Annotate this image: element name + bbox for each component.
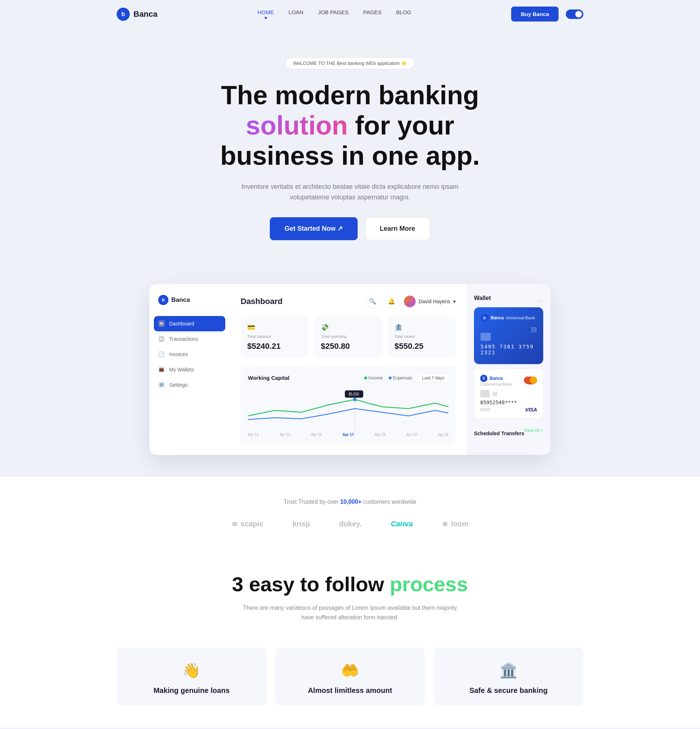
trusted-logos: ≋ scapic krisp dokey. Canva ✳ loom <box>117 520 583 529</box>
navbar: b Banca HOME LOAN JOB PAGES PAGES BLOG B… <box>0 0 700 28</box>
nav-item-pages[interactable]: PAGES <box>363 9 382 19</box>
sidebar-brand: b Banca <box>150 295 230 316</box>
chart-x-axis: Apr 14 Apr 15 Apr 16 Apr 17 Apr 18 Apr 1… <box>248 433 449 437</box>
invoices-icon: 📄 <box>158 351 165 357</box>
process-title: 3 easy to follow process <box>117 572 583 596</box>
sidebar-item-transactions[interactable]: 📋 Transactions <box>150 331 230 347</box>
card-title-loans: Making genuine loans <box>128 686 256 695</box>
logo-scapic: ≋ scapic <box>231 520 263 529</box>
chevron-down-icon: ▾ <box>453 299 456 304</box>
card-chip-1 <box>481 333 491 341</box>
hero-subtitle: Inventore veritatis et architecto beatae… <box>241 182 459 203</box>
settings-icon: ⚙️ <box>158 382 165 388</box>
wallets-icon: 💼 <box>158 366 165 373</box>
transactions-icon: 📋 <box>158 336 165 342</box>
nav-item-loan[interactable]: LOAN <box>288 9 304 19</box>
chart-section: Working Capital Income Expenses Last 7 d… <box>241 366 456 444</box>
logo-text: Banca <box>134 9 157 19</box>
nav-item-blog[interactable]: BLOG <box>396 9 412 19</box>
user-name: David Hayens <box>418 299 450 304</box>
process-card-amount: 🤲 Almost limitless amount <box>275 647 425 706</box>
nav-item-jobpages[interactable]: JOB PAGES <box>318 9 349 19</box>
chart-header: Working Capital Income Expenses Last 7 d… <box>248 373 449 382</box>
chart-title: Working Capital <box>248 375 289 381</box>
sidebar: b Banca 🏠 Dashboard 📋 Transactions 📄 Inv… <box>150 284 230 455</box>
banking-icon: 🏛️ <box>444 662 572 679</box>
balance-icon: 💳 <box>247 323 302 331</box>
process-section: 3 easy to follow process There are many … <box>0 550 700 647</box>
navbar-right: Buy Banca <box>511 7 583 22</box>
wallet-title: Wallet <box>474 295 491 301</box>
process-subtitle: There are many variations of passages of… <box>241 603 459 622</box>
user-menu[interactable]: David Hayens ▾ <box>404 296 456 307</box>
logo[interactable]: b Banca <box>117 8 157 21</box>
income-legend: Income <box>364 375 383 380</box>
nav-item-home[interactable]: HOME <box>257 9 274 19</box>
process-card-banking: 🏛️ Safe & secure banking <box>433 647 583 706</box>
chart-legend: Income Expenses Last 7 days <box>364 373 449 382</box>
stat-balance: 💳 Total balance $5240.21 <box>241 317 308 357</box>
stat-spending: 💸 Total spending $250.80 <box>314 317 382 357</box>
card-chip-2 <box>480 390 489 397</box>
logo-loom: ✳ loom <box>442 520 469 529</box>
sidebar-item-invoices[interactable]: 📄 Invoices <box>150 347 230 362</box>
get-started-button[interactable]: Get Started Now ↗ <box>270 217 357 240</box>
card-2-logo: b <box>480 375 488 382</box>
sidebar-logo-icon: b <box>158 295 168 305</box>
chart-filter[interactable]: Last 7 days <box>418 373 449 382</box>
hero-badge: WeLCOME TO THE Best banking WEb applicat… <box>286 57 414 69</box>
amount-icon: 🤲 <box>286 662 414 679</box>
sidebar-brand-text: Banca <box>171 296 190 304</box>
trusted-text: Trust Trusted by over 10,000+ customers … <box>117 499 583 505</box>
wallet-card-2: b Banca Commercial Bank ))) 85952548**** <box>474 369 543 419</box>
dashboard-title: Dashboard <box>241 297 283 306</box>
header-right: 🔍 🔔 David Hayens ▾ <box>366 295 456 308</box>
chart-area: $5,500 <box>248 387 449 430</box>
wallet-card-1-brand: b Banca Universal Bank <box>481 314 537 322</box>
hero-buttons: Get Started Now ↗ Learn More <box>117 217 583 240</box>
card-2-expiry: 09/25 <box>480 408 490 412</box>
spending-icon: 💸 <box>321 323 376 331</box>
stats-row: 💳 Total balance $5240.21 💸 Total spendin… <box>241 317 456 357</box>
wallet-more-button[interactable]: ··· <box>538 297 543 305</box>
learn-more-button[interactable]: Learn More <box>365 217 430 240</box>
wallet-card-1: b Banca Universal Bank ))) 5495 7381 375… <box>474 307 543 364</box>
card-2-brand-area: b Banca Commercial Bank <box>480 375 512 386</box>
card-number-1: 5495 7381 3759 2321 <box>481 344 537 356</box>
card-title-amount: Almost limitless amount <box>286 686 414 695</box>
theme-toggle[interactable] <box>566 9 583 19</box>
dashboard-preview: b Banca 🏠 Dashboard 📋 Transactions 📄 Inv… <box>0 284 700 477</box>
dashboard-main: Dashboard 🔍 🔔 David Hayens ▾ 💳 Total bal… <box>230 284 467 455</box>
view-all-button[interactable]: View All > <box>524 428 543 433</box>
process-cards: 👋 Making genuine loans 🤲 Almost limitles… <box>0 647 700 728</box>
trusted-section: Trust Trusted by over 10,000+ customers … <box>0 477 700 550</box>
svg-text:$5,500: $5,500 <box>349 392 359 396</box>
dashboard-container: b Banca 🏠 Dashboard 📋 Transactions 📄 Inv… <box>150 284 550 455</box>
hero-title: The modern banking solution for your bus… <box>186 80 514 171</box>
wallet-card-1-logo: b <box>481 314 488 322</box>
logo-krisp: krisp <box>292 520 310 528</box>
stat-saved: 🏦 Total saved $550.25 <box>388 317 456 357</box>
logo-icon: b <box>117 8 130 21</box>
sidebar-item-wallets[interactable]: 💼 My Wallets <box>150 362 230 377</box>
avatar <box>404 296 415 307</box>
wifi-icon-2: ))) <box>492 391 497 396</box>
loans-icon: 👋 <box>128 662 256 679</box>
main-nav: HOME LOAN JOB PAGES PAGES BLOG <box>257 9 411 19</box>
logo-dokey: dokey. <box>339 520 362 528</box>
logo-canva: Canva <box>391 520 413 528</box>
hero-section: WeLCOME TO THE Best banking WEb applicat… <box>0 28 700 284</box>
buy-button[interactable]: Buy Banca <box>511 7 559 22</box>
card-2-brand: b Banca <box>480 375 512 382</box>
sidebar-item-dashboard[interactable]: 🏠 Dashboard <box>154 316 225 331</box>
scheduled-title: Scheduled Transfers <box>474 430 524 436</box>
dashboard-header: Dashboard 🔍 🔔 David Hayens ▾ <box>241 295 456 308</box>
notification-button[interactable]: 🔔 <box>385 295 398 308</box>
card-2-header: b Banca Commercial Bank <box>480 375 537 386</box>
loom-icon: ✳ <box>442 520 448 529</box>
wifi-icon-1: ))) <box>481 326 537 333</box>
process-card-loans: 👋 Making genuine loans <box>117 647 267 706</box>
search-button[interactable]: 🔍 <box>366 295 379 308</box>
sidebar-item-settings[interactable]: ⚙️ Settings <box>150 377 230 392</box>
scapic-icon: ≋ <box>231 520 238 529</box>
